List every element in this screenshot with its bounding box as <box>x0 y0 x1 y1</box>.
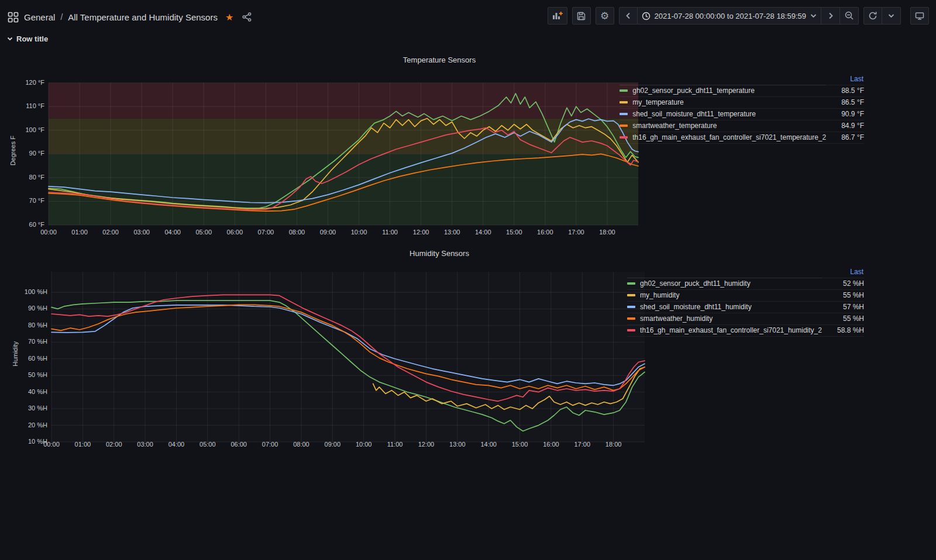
breadcrumb-separator: / <box>60 12 63 22</box>
row-header[interactable]: Row title <box>7 34 48 43</box>
series-color-swatch[interactable] <box>627 317 635 320</box>
y-tick-label: 40 %H <box>8 388 47 395</box>
series-last-value: 88.5 °F <box>826 85 864 97</box>
humidity-legend: Last gh02_sensor_puck_dht11_humidity52 %… <box>627 267 864 337</box>
series-name[interactable]: my_temperature <box>632 98 683 106</box>
time-shift-forward-button[interactable] <box>821 7 840 25</box>
zoom-out-icon <box>845 11 854 20</box>
grid-icon[interactable] <box>8 12 19 23</box>
series-color-swatch[interactable] <box>620 125 628 127</box>
series-name[interactable]: th16_gh_main_exhaust_fan_controller_si70… <box>632 133 826 141</box>
time-range-text: 2021-07-28 00:00:00 to 2021-07-28 18:59:… <box>655 12 807 20</box>
x-tick-label: 04:00 <box>159 441 194 448</box>
x-tick-label: 13:00 <box>440 441 475 448</box>
x-tick-label: 02:00 <box>97 441 132 448</box>
series-last-value: 55 %H <box>822 313 864 325</box>
breadcrumb-dashboard-title[interactable]: All Temperature and Humidity Sensors <box>68 12 218 22</box>
x-tick-label: 06:00 <box>217 229 252 236</box>
series-name[interactable]: smartweather_humidity <box>640 314 713 323</box>
y-tick-label: 80 %H <box>8 322 47 329</box>
legend-row: gh02_sensor_puck_dht11_humidity52 %H <box>627 278 864 290</box>
x-tick-label: 15:00 <box>503 441 538 448</box>
refresh-icon <box>868 11 878 20</box>
x-tick-label: 01:00 <box>65 441 100 448</box>
time-shift-back-button[interactable] <box>619 7 638 25</box>
cycle-view-mode-button[interactable] <box>910 7 929 25</box>
x-tick-label: 07:00 <box>253 441 288 448</box>
series-color-swatch[interactable] <box>627 306 635 308</box>
y-tick-label: 120 °F <box>5 79 44 86</box>
time-range-button[interactable]: 2021-07-28 00:00:00 to 2021-07-28 18:59:… <box>638 7 822 25</box>
series-name[interactable]: my_humidity <box>640 291 679 299</box>
favorite-star-icon[interactable]: ★ <box>225 12 233 23</box>
series-last-value: 52 %H <box>822 278 864 290</box>
series-last-value: 86.7 °F <box>826 132 864 144</box>
y-tick-label: 50 %H <box>8 371 47 378</box>
temperature-y-axis-title: Degrees F <box>9 136 16 165</box>
series-color-swatch[interactable] <box>620 136 628 139</box>
series-name[interactable]: shed_soil_moisture_dht11_temperature <box>632 110 756 118</box>
y-tick-label: 100 %H <box>8 288 47 295</box>
x-tick-label: 08:00 <box>284 441 319 448</box>
row-title: Row title <box>16 34 48 43</box>
legend-row: th16_gh_main_exhaust_fan_controller_si70… <box>620 132 864 144</box>
x-tick-label: 10:00 <box>346 441 381 448</box>
x-tick-label: 17:00 <box>559 229 594 236</box>
x-tick-label: 04:00 <box>155 229 190 236</box>
legend-row: gh02_sensor_puck_dht11_temperature88.5 °… <box>620 85 864 97</box>
y-tick-label: 90 %H <box>8 305 47 312</box>
series-color-swatch[interactable] <box>627 329 635 331</box>
share-icon[interactable] <box>242 12 252 22</box>
x-tick-label: 18:00 <box>596 441 631 448</box>
breadcrumb-section[interactable]: General <box>24 12 55 22</box>
humidity-panel-title[interactable]: Humidity Sensors <box>0 249 879 258</box>
refresh-interval-button[interactable] <box>882 7 901 25</box>
y-tick-label: 110 °F <box>5 102 44 109</box>
series-color-swatch[interactable] <box>620 89 628 92</box>
legend-row: my_temperature86.5 °F <box>620 97 864 109</box>
monitor-icon <box>915 12 924 20</box>
x-tick-label: 11:00 <box>377 441 412 448</box>
series-color-swatch[interactable] <box>620 101 628 103</box>
x-tick-label: 11:00 <box>373 229 408 236</box>
temperature-panel-title[interactable]: Temperature Sensors <box>0 56 879 64</box>
x-tick-label: 03:00 <box>128 441 163 448</box>
x-tick-label: 12:00 <box>408 441 443 448</box>
y-tick-label: 80 °F <box>5 174 44 181</box>
y-tick-label: 30 %H <box>8 405 47 412</box>
x-tick-label: 05:00 <box>190 441 225 448</box>
series-color-swatch[interactable] <box>627 294 635 296</box>
series-last-value: 57 %H <box>822 302 864 313</box>
clock-icon <box>642 12 651 20</box>
series-color-swatch[interactable] <box>620 113 628 115</box>
zoom-out-button[interactable] <box>840 7 859 25</box>
series-name[interactable]: th16_gh_main_exhaust_fan_controller_si70… <box>640 326 822 334</box>
add-panel-button[interactable] <box>548 7 567 25</box>
x-tick-label: 15:00 <box>497 229 532 236</box>
toolbar: ⚙ 2021-07-28 00:00:00 to 2021-07-28 18:5… <box>548 7 930 25</box>
dashboard-settings-button[interactable]: ⚙ <box>596 7 614 25</box>
legend-header-last[interactable]: Last <box>822 267 864 278</box>
x-tick-label: 08:00 <box>279 229 314 236</box>
x-tick-label: 05:00 <box>186 229 221 236</box>
series-color-swatch[interactable] <box>627 282 635 285</box>
temperature-legend: Last gh02_sensor_puck_dht11_temperature8… <box>620 74 864 144</box>
series-name[interactable]: gh02_sensor_puck_dht11_humidity <box>640 279 751 288</box>
series-name[interactable]: smartweather_temperature <box>632 122 717 130</box>
save-dashboard-button[interactable] <box>572 7 591 25</box>
y-tick-label: 10 %H <box>8 438 47 445</box>
x-tick-label: 12:00 <box>404 229 439 236</box>
y-tick-label: 100 °F <box>5 126 44 133</box>
humidity-y-axis-title: Humidity <box>12 341 19 367</box>
legend-row: th16_gh_main_exhaust_fan_controller_si70… <box>627 325 864 337</box>
chevron-down-icon <box>810 13 817 18</box>
x-tick-label: 03:00 <box>124 229 159 236</box>
chevron-down-icon <box>888 13 894 18</box>
refresh-button[interactable] <box>863 7 882 25</box>
series-name[interactable]: gh02_sensor_puck_dht11_temperature <box>632 87 755 95</box>
add-panel-icon <box>552 11 563 20</box>
series-name[interactable]: shed_soil_moisture_dht11_humidity <box>640 303 752 311</box>
x-tick-label: 09:00 <box>310 229 345 236</box>
legend-header-last[interactable]: Last <box>826 74 864 85</box>
refresh-picker <box>863 7 901 25</box>
